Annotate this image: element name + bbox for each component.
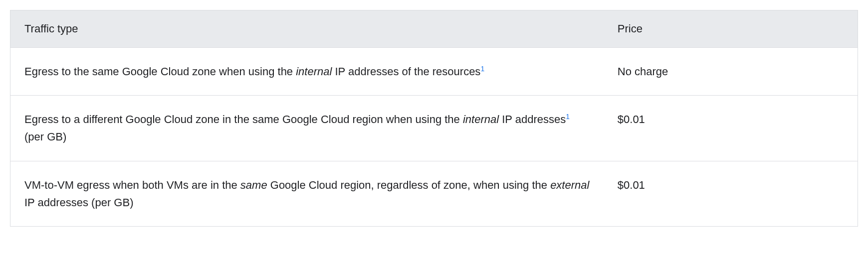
desc-text: IP addresses [499, 113, 566, 126]
desc-text: IP addresses of the resources [332, 65, 480, 78]
desc-emphasis: internal [463, 113, 499, 126]
desc-text: Egress to the same Google Cloud zone whe… [24, 65, 296, 78]
desc-text: IP addresses (per GB) [24, 196, 133, 209]
pricing-table: Traffic type Price Egress to the same Go… [10, 10, 858, 227]
footnote-link[interactable]: 1 [566, 113, 570, 121]
desc-emphasis: external [550, 179, 589, 191]
desc-text: VM-to-VM egress when both VMs are in the [24, 179, 240, 191]
desc-emphasis: internal [296, 65, 332, 78]
footnote-link[interactable]: 1 [480, 65, 484, 73]
desc-text: Google Cloud region, regardless of zone,… [267, 179, 550, 191]
price-cell: $0.01 [604, 161, 858, 226]
table-row: VM-to-VM egress when both VMs are in the… [10, 161, 858, 226]
traffic-type-cell: VM-to-VM egress when both VMs are in the… [10, 161, 604, 226]
table-row: Egress to a different Google Cloud zone … [10, 96, 858, 161]
header-traffic-type: Traffic type [10, 10, 604, 48]
desc-text: (per GB) [24, 130, 66, 143]
table-header-row: Traffic type Price [10, 10, 858, 48]
header-price: Price [604, 10, 858, 48]
desc-text: Egress to a different Google Cloud zone … [24, 113, 463, 126]
traffic-type-cell: Egress to a different Google Cloud zone … [10, 96, 604, 161]
price-cell: $0.01 [604, 96, 858, 161]
price-cell: No charge [604, 48, 858, 96]
traffic-type-cell: Egress to the same Google Cloud zone whe… [10, 48, 604, 96]
desc-emphasis: same [240, 179, 267, 191]
table-row: Egress to the same Google Cloud zone whe… [10, 48, 858, 96]
